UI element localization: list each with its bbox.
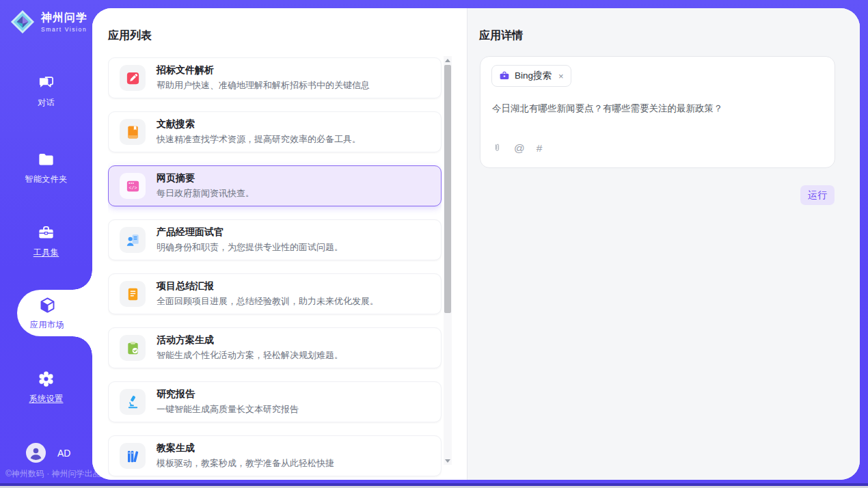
- app-name: 活动方案生成: [157, 334, 343, 347]
- app-name: 文献搜索: [157, 118, 361, 131]
- edit-document-icon: [120, 65, 146, 91]
- app-card-web-summary[interactable]: </> 网页摘要 每日政府新闻资讯快查。: [108, 165, 442, 206]
- sidebar-item-label: 系统设置: [29, 393, 64, 405]
- app-name: 网页摘要: [157, 172, 254, 185]
- app-desc: 全面回顾项目进展，总结经验教训，助力未来优化发展。: [157, 295, 379, 308]
- app-detail-panel: 应用详情 Bing搜索 × 今日湖北有哪些新闻要点？有哪些需要关注的最新政策？: [467, 8, 860, 480]
- app-list-title: 应用列表: [108, 29, 152, 43]
- app-desc: 一键智能生成高质量长文本研究报告: [157, 403, 299, 416]
- app-name: 产品经理面试官: [157, 226, 343, 239]
- app-desc: 明确身份和职责，为您提供专业性的面试问题。: [157, 241, 343, 254]
- brand-logo: 神州问学 Smart Vision: [10, 9, 87, 35]
- tool-chip-bing-search[interactable]: Bing搜索 ×: [491, 65, 571, 87]
- brand-name: 神州问学: [41, 11, 87, 25]
- app-card-project-summary[interactable]: 项目总结汇报 全面回顾项目进展，总结经验教训，助力未来优化发展。: [108, 273, 442, 314]
- sidebar: 神州问学 Smart Vision 对话 智能文件夹 工具: [0, 0, 92, 488]
- sidebar-item-chat[interactable]: 对话: [0, 74, 92, 109]
- sidebar-item-label: 智能文件夹: [25, 174, 68, 185]
- diamond-logo-icon: [10, 9, 36, 35]
- gear-icon: [37, 370, 55, 388]
- app-card-research-report[interactable]: 研究报告 一键智能生成高质量长文本研究报告: [108, 381, 442, 422]
- browser-code-icon: </>: [120, 173, 146, 199]
- scrollbar-thumb[interactable]: [444, 65, 451, 313]
- paperclip-icon[interactable]: [492, 142, 502, 154]
- query-input[interactable]: 今日湖北有哪些新闻要点？有哪些需要关注的最新政策？: [492, 102, 821, 116]
- app-name: 项目总结汇报: [157, 280, 379, 293]
- run-button[interactable]: 运行: [800, 185, 835, 205]
- app-desc: 智能生成个性化活动方案，轻松解决规划难题。: [157, 349, 343, 362]
- books-icon: [120, 443, 146, 469]
- sidebar-item-label: 应用市场: [30, 319, 64, 331]
- app-card-pm-interviewer[interactable]: 产品经理面试官 明确身份和职责，为您提供专业性的面试问题。: [108, 219, 442, 260]
- app-detail-title: 应用详情: [479, 29, 523, 43]
- app-desc: 帮助用户快速、准确地理解和解析招标书中的关键信息: [157, 79, 370, 92]
- sidebar-item-app-market[interactable]: 应用市场: [17, 290, 92, 336]
- sidebar-item-label: 对话: [38, 97, 55, 109]
- composer-toolbar: @ #: [492, 142, 542, 154]
- brand-subtitle: Smart Vision: [41, 26, 87, 33]
- app-card-literature-search[interactable]: 文献搜索 快速精准查找学术资源，提高研究效率的必备工具。: [108, 111, 442, 152]
- sidebar-item-toolset[interactable]: 工具集: [0, 223, 92, 258]
- sidebar-item-settings[interactable]: 系统设置: [0, 370, 92, 405]
- app-desc: 快速精准查找学术资源，提高研究效率的必备工具。: [157, 133, 361, 146]
- chip-close-icon[interactable]: ×: [558, 71, 564, 81]
- microscope-icon: [120, 389, 146, 415]
- composer-card: Bing搜索 × 今日湖北有哪些新闻要点？有哪些需要关注的最新政策？ @ #: [480, 56, 835, 168]
- mention-icon[interactable]: @: [514, 143, 525, 154]
- briefcase-icon: [499, 70, 510, 81]
- toolbox-icon: [37, 223, 55, 242]
- sidebar-item-smart-folder[interactable]: 智能文件夹: [0, 150, 92, 185]
- cube-icon: [38, 296, 57, 314]
- book-icon: [120, 119, 146, 145]
- app-name: 研究报告: [157, 388, 299, 401]
- hash-icon[interactable]: #: [537, 143, 543, 154]
- app-list-panel: 应用列表 招标文件解析 帮助用户快速、准确地理解和解析招标书中的关键信息: [92, 8, 467, 480]
- clipboard-check-icon: [120, 335, 146, 361]
- folder-icon: [37, 150, 55, 169]
- scrollbar-down-arrow-icon[interactable]: [444, 457, 452, 465]
- app-window: 神州问学 Smart Vision 对话 智能文件夹 工具: [0, 0, 868, 488]
- app-card-event-plan[interactable]: 活动方案生成 智能生成个性化活动方案，轻松解决规划难题。: [108, 327, 442, 368]
- app-desc: 模板驱动，教案秒成，教学准备从此轻松快捷: [157, 457, 334, 470]
- user-avatar-icon: [26, 443, 46, 463]
- app-card-bid-parsing[interactable]: 招标文件解析 帮助用户快速、准确地理解和解析招标书中的关键信息: [108, 57, 442, 98]
- copyright-text: ©神州数码 · 神州问学出品: [5, 468, 101, 480]
- app-name: 教案生成: [157, 442, 334, 455]
- app-list: 招标文件解析 帮助用户快速、准确地理解和解析招标书中的关键信息 文献搜索 快速精…: [108, 57, 442, 480]
- app-desc: 每日政府新闻资讯快查。: [157, 187, 254, 200]
- report-document-icon: [120, 281, 146, 307]
- scrollbar-up-arrow-icon[interactable]: [444, 56, 452, 64]
- chat-icon: [37, 74, 55, 92]
- main-content: 应用列表 招标文件解析 帮助用户快速、准确地理解和解析招标书中的关键信息: [92, 8, 860, 480]
- tool-chip-label: Bing搜索: [515, 70, 552, 82]
- app-card-lesson-plan[interactable]: 教案生成 模板驱动，教案秒成，教学准备从此轻松快捷: [108, 435, 442, 476]
- user-initials: AD: [57, 448, 70, 459]
- app-name: 招标文件解析: [157, 64, 370, 77]
- svg-text:</>: </>: [128, 185, 137, 191]
- user-account[interactable]: AD: [26, 443, 70, 463]
- interviewer-icon: [120, 227, 146, 253]
- sidebar-item-label: 工具集: [33, 247, 59, 258]
- list-scrollbar[interactable]: [444, 56, 452, 465]
